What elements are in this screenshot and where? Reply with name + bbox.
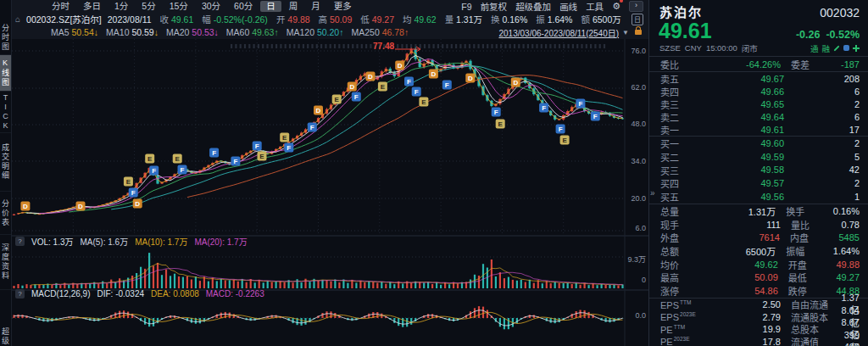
ask-qty: 208: [784, 74, 860, 84]
bid-label: 买五: [660, 190, 699, 204]
bid-row-5[interactable]: 买五49.561: [649, 190, 868, 204]
sidebar-item-tick[interactable]: TICK: [0, 92, 11, 133]
fund-label: 流通值: [791, 335, 840, 346]
svg-text:F: F: [181, 166, 185, 174]
volume-value: 1.31万: [456, 14, 482, 25]
tab-15min[interactable]: 15分: [164, 1, 194, 12]
sidebar-item-super[interactable]: 超级: [0, 327, 11, 346]
ma-label: MA20: [166, 27, 189, 37]
ask-price: 49.67: [699, 74, 784, 84]
ask-price: 49.66: [699, 86, 784, 97]
svg-text:F: F: [445, 81, 449, 89]
tab-month[interactable]: 月: [305, 1, 326, 12]
chart-canvas[interactable]: DDEFDEFEFFFFEEFFDEDFDEDFFEDFDFEDFFEFF: [12, 39, 648, 346]
svg-text:F: F: [152, 167, 156, 175]
ask-row-3[interactable]: 卖三49.652: [649, 98, 868, 110]
y-axis-label: 20.0: [610, 194, 646, 203]
ma60-value: 49.63: [252, 27, 274, 37]
date-range-selector[interactable]: 2013/03/06-2023/08/11(2540日): [498, 26, 619, 39]
toolbar: 分时 多日 1分 5分 15分 30分 60分 日 周 月 更多 F9 前复权 …: [12, 0, 648, 13]
bid-label: 买二: [660, 150, 699, 164]
collapse-icon[interactable]: »: [650, 188, 655, 198]
tab-day[interactable]: 日: [260, 1, 281, 12]
margin-badge-rong: 融: [821, 42, 830, 54]
tab-5min[interactable]: 5分: [136, 1, 161, 12]
lock-icon[interactable]: [635, 30, 642, 35]
eps-ttm: 2.50: [699, 299, 781, 310]
tab-more[interactable]: 更多: [328, 1, 358, 12]
fund-label: PETTM: [660, 324, 699, 335]
alert-icon[interactable]: [843, 45, 849, 51]
price-change-pct: -0.52%: [826, 29, 860, 41]
tools-button[interactable]: 工具: [586, 0, 604, 13]
macd-header: ? MACD(12,26,9) DIF: -0.0324 DEA: 0.0808…: [15, 289, 264, 299]
svg-text:D: D: [398, 62, 403, 70]
ma-label: MA5: [51, 27, 70, 37]
ask-row-2[interactable]: 卖二49.646: [649, 110, 868, 123]
dea-value: DEA: 0.0808: [151, 289, 199, 299]
kline-chart[interactable]: DDEFDEFEFFFFEEFFDEDFDEDFFEDFDFEDFFEFF 77…: [12, 39, 648, 346]
fund-row: PETTM19.9总股本8.07亿: [649, 323, 868, 336]
sidebar-item-trade-detail[interactable]: 成交明细: [0, 133, 11, 192]
high-price: 50.09: [698, 272, 778, 282]
field-label: 收: [160, 14, 170, 25]
fund-label: PE2023E: [660, 336, 699, 346]
sidebar-item-depth-data[interactable]: 深度资料: [0, 235, 11, 290]
left-sidebar: 分时图 K线图 TICK 成交明细 分价表 深度资料 超级: [0, 0, 12, 346]
macd-axis-zero: 0.0: [610, 311, 646, 320]
weicha-value: -187: [840, 59, 860, 70]
super-overlay-button[interactable]: 超级叠加: [515, 0, 551, 13]
sidebar-item-timeline[interactable]: 分时图: [0, 20, 11, 55]
field-label: 换: [491, 14, 500, 25]
open-value: 49.88: [287, 14, 309, 25]
bid-row-2[interactable]: 买二49.595: [649, 150, 868, 164]
ma10-value: 50.59: [131, 27, 153, 37]
help-icon[interactable]: ?: [15, 289, 25, 299]
turnover-value: 0.16%: [502, 14, 527, 25]
bid-row-1[interactable]: 买一49.602: [649, 137, 868, 150]
stat-label: 最低: [788, 271, 837, 284]
bid-row-4[interactable]: 买四49.572: [649, 176, 868, 190]
sidebar-item-price-table[interactable]: 分价表: [0, 192, 11, 235]
bid-row-3[interactable]: 买三49.5842: [649, 164, 868, 177]
home-icon[interactable]: ⌂: [15, 14, 20, 24]
tab-60min[interactable]: 60分: [228, 1, 259, 12]
tab-week[interactable]: 周: [283, 1, 304, 12]
svg-text:E: E: [421, 98, 426, 106]
market-cap: 400亿: [840, 342, 860, 346]
sidebar-item-label: K线图: [0, 59, 11, 87]
tab-30min[interactable]: 30分: [196, 1, 226, 12]
quote-panel: 苏泊尔 002032 49.61 -0.26 -0.52% SZSE CNY 1…: [648, 0, 868, 346]
bar-date: 2023/08/11: [108, 14, 152, 25]
sidebar-item-label: 分时图: [0, 24, 11, 52]
ask-row-5[interactable]: 卖五49.67208: [649, 72, 868, 85]
avg-price: 49.62: [698, 260, 778, 270]
f9-button[interactable]: F9: [461, 2, 471, 12]
calendar-icon[interactable]: 日: [632, 14, 643, 25]
sidebar-item-kline[interactable]: K线图: [0, 55, 11, 92]
add-icon[interactable]: [853, 45, 860, 52]
ask-row-4[interactable]: 卖四49.666: [649, 85, 868, 98]
forward-adjust-button[interactable]: 前复权: [481, 0, 508, 13]
weibi-value: -64.26%: [699, 59, 781, 70]
tab-multiday[interactable]: 多日: [77, 1, 107, 12]
stat-row: 涨停54.86跌停44.88: [649, 284, 868, 298]
stat-label: 振幅: [786, 244, 833, 258]
chevron-right-button[interactable]: ›: [629, 1, 643, 12]
vol-ma5: MA(5): 1.6万: [80, 235, 128, 248]
ask-row-1[interactable]: 卖一49.6117: [649, 123, 868, 136]
pencil-icon[interactable]: [833, 45, 839, 51]
stat-row: 现手111量比0.78: [649, 218, 868, 232]
stat-label: 总额: [660, 244, 698, 258]
ask-price: 49.64: [699, 112, 784, 122]
currency-label: CNY: [685, 43, 702, 53]
tab-fenshi[interactable]: 分时: [46, 1, 75, 12]
draw-line-button[interactable]: 画线: [559, 0, 577, 13]
tab-1min[interactable]: 1分: [108, 1, 134, 12]
gear-icon[interactable]: ⚙: [612, 1, 620, 12]
stat-row: 最高50.09最低49.27: [649, 271, 868, 284]
chevron-down-icon[interactable]: ▼: [622, 29, 629, 36]
outer-volume: 7614: [699, 232, 780, 243]
svg-text:F: F: [255, 142, 259, 150]
help-icon[interactable]: ?: [15, 237, 25, 246]
